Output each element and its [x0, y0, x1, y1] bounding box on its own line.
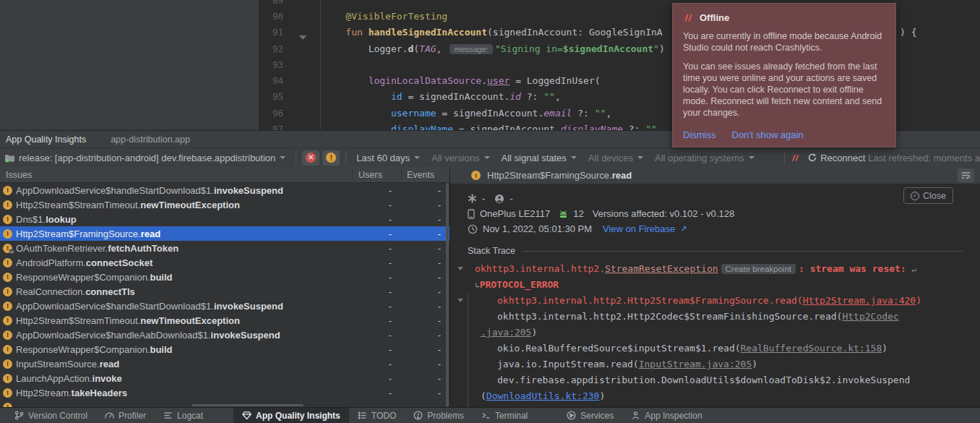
- create-breakpoint-hint[interactable]: Create breakpoint: [721, 264, 796, 274]
- user-count: -: [510, 193, 512, 204]
- stack-file-link[interactable]: Http2Stream.java:420: [803, 295, 916, 306]
- warning-icon: !: [3, 287, 12, 296]
- stack-file-link[interactable]: Http2Codec: [842, 311, 898, 322]
- issue-class: Http2Stream.: [16, 388, 72, 398]
- filter-all-signal-states[interactable]: All signal states: [502, 153, 577, 163]
- issue-method: read: [612, 170, 632, 181]
- toolwindow-button-services[interactable]: Services: [558, 408, 622, 423]
- code-token: ,: [555, 91, 561, 102]
- horizontal-scrollbar[interactable]: [192, 404, 304, 406]
- vertical-scrollbar[interactable]: [446, 183, 449, 407]
- issue-row[interactable]: !AndroidPlatform.connectSocket--: [0, 255, 450, 270]
- toolwindow-button-terminal[interactable]: Terminal: [473, 408, 536, 423]
- users-count: -: [352, 228, 401, 239]
- toolwindow-button-logcat[interactable]: Logcat: [155, 408, 212, 423]
- non-fatal-filter-toggle[interactable]: !: [322, 150, 340, 166]
- dont-show-again-link[interactable]: Don't show again: [732, 129, 804, 140]
- line-number: 93: [259, 59, 283, 70]
- reconnect-button[interactable]: Reconnect: [807, 153, 865, 163]
- filter-label: All operating systems: [655, 153, 744, 163]
- stack-file-link[interactable]: RealBufferedSource.kt:158: [741, 343, 882, 354]
- filter-all-operating-systems[interactable]: All operating systems: [655, 153, 755, 163]
- aqi-gem-icon: [242, 411, 252, 420]
- code-token: [323, 124, 391, 130]
- issue-row[interactable]: !AppDownloadService$handleAabDownload$1.…: [0, 328, 450, 342]
- issue-method: read: [100, 359, 119, 369]
- users-count: -: [352, 359, 401, 369]
- users-count: -: [352, 373, 401, 384]
- code-token: "": [595, 108, 606, 119]
- line-number: 90: [259, 11, 283, 22]
- filter-all-devices[interactable]: All devices: [588, 153, 643, 163]
- stack-file-link[interactable]: DownloadUtils.kt:230: [486, 390, 600, 401]
- toolwindow-button-app-inspection[interactable]: App Inspection: [622, 408, 710, 423]
- external-link-icon: ↗: [680, 224, 687, 234]
- code-token: [323, 108, 391, 119]
- issue-class: AppDownloadService$handleStartDownload$1…: [16, 301, 214, 312]
- issue-row[interactable]: !LaunchAppAction.invoke--: [0, 371, 450, 385]
- line-number: 96: [259, 108, 283, 119]
- warning-icon: !: [3, 200, 12, 210]
- fold-arrow-icon[interactable]: [299, 35, 306, 40]
- stack-frame: okio.RealBufferedSource$inputStream$1.re…: [468, 341, 980, 356]
- stack-text: PROTOCOL_ERROR: [480, 279, 559, 290]
- toolbar-separator: [784, 151, 785, 164]
- fatal-filter-toggle[interactable]: ✕: [302, 150, 319, 166]
- stack-file-link[interactable]: StreamResetException: [605, 263, 718, 274]
- issue-row[interactable]: !Http2Stream$StreamTimeout.newTimeoutExc…: [0, 197, 450, 212]
- issue-row[interactable]: !OAuthTokenRetriever.fetchAuthToken--: [0, 241, 450, 255]
- code-token: [323, 75, 369, 86]
- filter-label: All versions: [431, 153, 479, 163]
- filter-last-60-days[interactable]: Last 60 days: [356, 153, 420, 163]
- stack-file-link[interactable]: InputStream.java:205: [639, 359, 752, 369]
- tab-app-distribution[interactable]: app-distribution.app: [111, 134, 190, 145]
- users-count: -: [352, 301, 401, 312]
- issue-row[interactable]: !ResponseWrapper$Companion.build--: [0, 270, 450, 284]
- issue-row[interactable]: !Http2Stream.takeHeaders--: [0, 385, 450, 400]
- issue-row[interactable]: !AppDownloadService$handleStartDownload$…: [0, 183, 450, 197]
- module-folder-icon: [4, 153, 15, 163]
- tool-window-bar: Version ControlProfilerLogcatApp Quality…: [0, 407, 980, 423]
- toolbar-separator: [345, 151, 346, 164]
- events-count: -: [401, 388, 450, 398]
- filter-all-versions[interactable]: All versions: [431, 153, 489, 163]
- close-issue-button[interactable]: ✓ Close: [903, 187, 953, 204]
- toolwindow-button-app-quality-insights[interactable]: App Quality Insights: [233, 408, 349, 423]
- issue-row[interactable]: !ResponseWrapper$Companion.build--: [0, 342, 450, 356]
- stack-file-link[interactable]: .java:205: [481, 327, 531, 338]
- stack-text: ↵: [912, 265, 917, 274]
- events-count: -: [401, 243, 450, 254]
- code-token: ,: [437, 43, 448, 54]
- issue-row[interactable]: !RealConnection.connectTls--: [0, 284, 450, 299]
- soft-wrap-toggle[interactable]: [958, 168, 974, 182]
- toolwindow-button-problems[interactable]: Problems: [405, 408, 473, 423]
- dismiss-link[interactable]: Dismiss: [683, 129, 716, 140]
- toolwindow-button-version-control[interactable]: Version Control: [6, 408, 96, 423]
- line-number: 94: [259, 75, 283, 86]
- stack-text: ): [916, 295, 921, 306]
- chevron-down-icon: [280, 156, 285, 159]
- issue-row[interactable]: !InputStreamSource.read--: [0, 356, 450, 371]
- issue-row[interactable]: !AppDownloadService$handleStartDownload$…: [0, 299, 450, 313]
- fold-arrow-icon[interactable]: [457, 299, 463, 302]
- line-number: 92: [259, 43, 283, 54]
- release-selector[interactable]: release: [app-distribution-android] dev.…: [4, 153, 285, 163]
- code-token: email: [543, 108, 572, 119]
- fold-arrow-icon[interactable]: [457, 267, 463, 270]
- events-count: -: [401, 315, 450, 326]
- popup-title: Offline: [700, 12, 729, 23]
- issue-row[interactable]: !Http2Stream$StreamTimeout.newTimeoutExc…: [0, 313, 450, 328]
- events-count: -: [401, 301, 450, 312]
- warning-icon: !: [3, 330, 12, 340]
- toolwindow-button-profiler[interactable]: Profiler: [96, 408, 155, 423]
- toolwindow-label: Terminal: [495, 411, 528, 421]
- view-on-firebase-link[interactable]: View on Firebase: [603, 223, 675, 234]
- warning-icon: !: [3, 302, 12, 311]
- code-token: = signedInAccount: [403, 91, 504, 102]
- issue-row[interactable]: !Dns$1.lookup--: [0, 212, 450, 226]
- todo-list-icon: [358, 411, 367, 420]
- stack-text: : stream was reset:: [799, 263, 912, 274]
- issue-row[interactable]: !Http2Stream$FramingSource.read--: [0, 226, 450, 241]
- issue-method: connectSocket: [86, 257, 152, 268]
- toolwindow-button-todo[interactable]: TODO: [349, 408, 405, 423]
